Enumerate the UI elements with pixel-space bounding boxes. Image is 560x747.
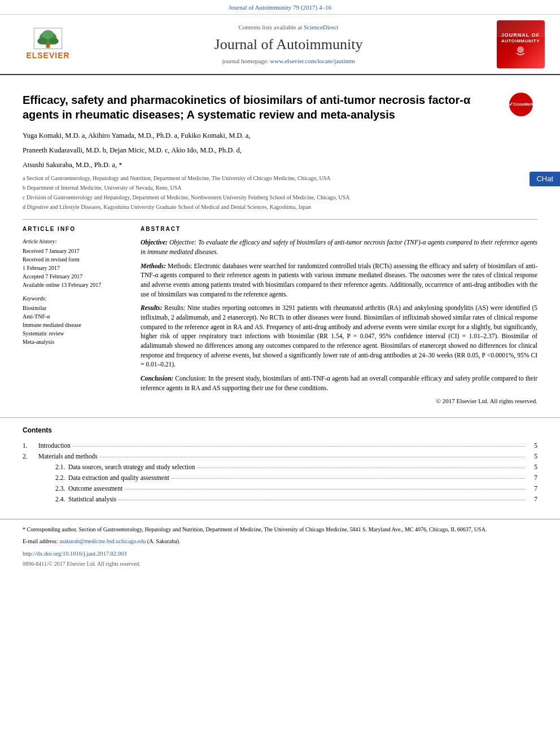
contents-item-2-4: 2.4. Statistical analysis 7 bbox=[23, 495, 537, 504]
crossmark-icon: ✓ CrossMark bbox=[509, 93, 533, 116]
badge-title: AUTOIMMUNITY bbox=[501, 39, 540, 44]
svg-point-4 bbox=[42, 30, 54, 38]
contents-page-2-2: 7 bbox=[527, 473, 537, 482]
main-content: Efficacy, safety and pharmacokinetics of… bbox=[0, 75, 560, 405]
contents-available-line: Contents lists available at ScienceDirec… bbox=[85, 23, 492, 32]
contents-page-2-3: 7 bbox=[527, 484, 537, 493]
article-title: Efficacy, safety and pharmacokinetics of… bbox=[23, 93, 537, 122]
contents-page-2-1: 5 bbox=[527, 462, 537, 471]
contents-num-2: 2. bbox=[23, 452, 38, 461]
sciencedirect-link[interactable]: ScienceDirect bbox=[304, 24, 339, 30]
affil-b: b Department of Internal Medicine, Unive… bbox=[23, 184, 537, 192]
keyword-3: Immune mediated disease bbox=[23, 321, 127, 329]
history-online: Available online 13 February 2017 bbox=[23, 281, 127, 289]
contents-label-2-2: 2.2. Data extraction and quality assessm… bbox=[38, 473, 169, 482]
keyword-5: Meta-analysis bbox=[23, 338, 127, 346]
contents-section: Contents 1. Introduction 5 2. Materials … bbox=[0, 417, 560, 513]
contents-label-2: Materials and methods bbox=[38, 452, 98, 461]
contents-heading: Contents bbox=[23, 426, 537, 435]
abstract-conclusion: Conclusion: Conclusion: In the present s… bbox=[141, 374, 537, 392]
crossmark-badge: ✓ CrossMark bbox=[509, 93, 537, 121]
badge-label: JOURNAL OF bbox=[501, 32, 540, 39]
contents-item-2-1: 2.1. Data sources, search strategy and s… bbox=[23, 462, 537, 471]
journal-title: Journal of Autoimmunity bbox=[85, 34, 492, 55]
affil-d: d Digestive and Lifestyle Diseases, Kago… bbox=[23, 203, 537, 211]
badge-icon bbox=[512, 45, 529, 58]
abstract-objective: Objective: Objective: To evaluate the ef… bbox=[141, 238, 537, 256]
article-info-col: ARTICLE INFO Article history: Received 7… bbox=[23, 225, 127, 405]
authors-line-3: Atsushi Sakuraba, M.D., Ph.D. a, * bbox=[23, 159, 537, 171]
contents-dots-2-2 bbox=[172, 472, 525, 479]
abstract-methods: Methods: Methods: Electronic databases w… bbox=[141, 261, 537, 299]
journal-header-center: Contents lists available at ScienceDirec… bbox=[85, 23, 492, 65]
title-area: Efficacy, safety and pharmacokinetics of… bbox=[23, 93, 537, 122]
keyword-4: Systematic review bbox=[23, 330, 127, 338]
footer-notes: * Corresponding author. Section of Gastr… bbox=[0, 519, 560, 574]
elsevier-tree-icon bbox=[31, 28, 65, 49]
authors-line-1: Yuga Komaki, M.D. a, Akihiro Yamada, M.D… bbox=[23, 130, 537, 141]
homepage-link[interactable]: www.elsevier.com/locate/jautimm bbox=[270, 58, 355, 64]
doi-link: http://dx.doi.org/10.1016/j.jaut.2017.02… bbox=[23, 550, 537, 558]
keyword-1: Biosimilar bbox=[23, 304, 127, 312]
contents-item-2-3: 2.3. Outcome assessment 7 bbox=[23, 484, 537, 493]
svg-point-6 bbox=[517, 46, 524, 53]
article-info-heading: ARTICLE INFO bbox=[23, 225, 127, 233]
svg-point-3 bbox=[49, 38, 59, 45]
corresponding-author-note: * Corresponding author. Section of Gastr… bbox=[23, 525, 537, 534]
history-revised-date: 1 February 2017 bbox=[23, 264, 127, 272]
journal-citation: Journal of Autoimmunity 79 (2017) 4–16 bbox=[229, 4, 331, 11]
footer-links: http://dx.doi.org/10.1016/j.jaut.2017.02… bbox=[23, 550, 537, 568]
doi-anchor[interactable]: http://dx.doi.org/10.1016/j.jaut.2017.02… bbox=[23, 551, 126, 557]
chat-button[interactable]: CHat bbox=[530, 172, 560, 186]
authors-line-2: Praneeth Kudaravalli, M.D. b, Dejan Mici… bbox=[23, 145, 537, 156]
email-link[interactable]: asakurab@medicine.bsd.uchicago.edu bbox=[59, 538, 146, 544]
contents-label-2-3: 2.3. Outcome assessment bbox=[38, 484, 123, 493]
contents-item-1: 1. Introduction 5 bbox=[23, 441, 537, 450]
abstract-results: Results: Results: Nine studies reporting… bbox=[141, 303, 537, 369]
contents-dots-1 bbox=[73, 440, 525, 447]
keywords-heading: Keywords: bbox=[23, 295, 127, 303]
journal-top-bar: Journal of Autoimmunity 79 (2017) 4–16 bbox=[0, 0, 560, 15]
contents-dots-2-4 bbox=[119, 493, 525, 500]
autoimmunity-badge: JOURNAL OF AUTOIMMUNITY bbox=[497, 20, 545, 68]
journal-homepage-line: journal homepage: www.elsevier.com/locat… bbox=[85, 57, 492, 65]
contents-dots-2-3 bbox=[125, 483, 525, 490]
history-revised-label: Received in revised form bbox=[23, 256, 127, 264]
contents-dots-2 bbox=[100, 451, 525, 457]
contents-page-1: 5 bbox=[527, 441, 537, 450]
elsevier-logo-area: ELSEVIER bbox=[11, 28, 85, 62]
contents-item-2: 2. Materials and methods 5 bbox=[23, 452, 537, 461]
abstract-heading: ABSTRACT bbox=[141, 225, 537, 233]
affiliations: a Section of Gastroenterology, Hepatolog… bbox=[23, 174, 537, 211]
abstract-col: ABSTRACT Objective: Objective: To evalua… bbox=[141, 225, 537, 405]
svg-point-2 bbox=[37, 38, 47, 45]
affil-c: c Division of Gastroenterology and Hepat… bbox=[23, 193, 537, 202]
contents-label-1: Introduction bbox=[38, 441, 71, 450]
history-accepted: Accepted 7 February 2017 bbox=[23, 273, 127, 281]
issn-line: 0896-8411/© 2017 Elsevier Ltd. All right… bbox=[23, 560, 537, 568]
contents-page-2: 5 bbox=[527, 452, 537, 461]
elsevier-name: ELSEVIER bbox=[26, 50, 69, 62]
email-note: E-mail address: asakurab@medicine.bsd.uc… bbox=[23, 537, 537, 545]
page: Journal of Autoimmunity 79 (2017) 4–16 E… bbox=[0, 0, 560, 747]
keyword-2: Anti-TNF-α bbox=[23, 313, 127, 321]
history-label: Article history: bbox=[23, 238, 127, 246]
keywords-section: Keywords: Biosimilar Anti-TNF-α Immune m… bbox=[23, 295, 127, 346]
journal-badge-area: JOURNAL OF AUTOIMMUNITY bbox=[492, 20, 549, 68]
contents-num-1: 1. bbox=[23, 441, 38, 450]
copyright-line: © 2017 Elsevier Ltd. All rights reserved… bbox=[141, 397, 537, 405]
contents-dots-2-1 bbox=[198, 461, 526, 468]
contents-page-2-4: 7 bbox=[527, 495, 537, 504]
history-received: Received 7 January 2017 bbox=[23, 247, 127, 255]
article-history: Article history: Received 7 January 2017… bbox=[23, 238, 127, 289]
info-abstract-section: ARTICLE INFO Article history: Received 7… bbox=[23, 225, 537, 405]
affil-a: a Section of Gastroenterology, Hepatolog… bbox=[23, 174, 537, 182]
journal-header: ELSEVIER Contents lists available at Sci… bbox=[0, 15, 560, 75]
elsevier-logo: ELSEVIER bbox=[17, 28, 79, 62]
contents-label-2-1: 2.1. Data sources, search strategy and s… bbox=[38, 462, 195, 471]
contents-label-2-4: 2.4. Statistical analysis bbox=[38, 495, 116, 504]
divider-1 bbox=[23, 219, 537, 220]
contents-item-2-2: 2.2. Data extraction and quality assessm… bbox=[23, 473, 537, 482]
